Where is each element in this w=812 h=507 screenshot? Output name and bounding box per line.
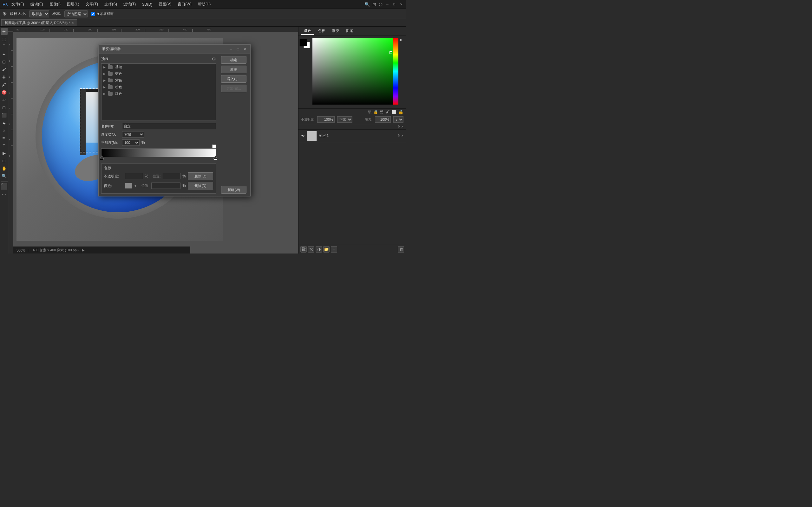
cancel-button[interactable]: 取消 [221,66,247,73]
layer-visibility-eye[interactable]: 👁 [301,134,305,138]
pen-tool[interactable]: ✒ [1,134,8,141]
preset-item-pink[interactable]: ▶ 粉色 [101,83,216,90]
magic-wand-tool[interactable]: ✦ [1,51,8,58]
delete-stop-button-1[interactable]: 删除(D) [188,172,213,180]
move-tool[interactable]: ✛ [1,28,8,35]
hand-tool[interactable]: ✋ [1,165,8,172]
color-swatch-input[interactable] [125,183,132,188]
preset-item-purple[interactable]: ▶ 紫色 [101,77,216,83]
export-button[interactable]: 导出(E)... [221,84,247,92]
fill-input[interactable] [375,116,391,123]
text-tool[interactable]: T [1,142,8,149]
menu-3d[interactable]: 3D(D) [140,2,155,7]
import-button[interactable]: 导入(I)... [221,75,247,83]
link-layers-button[interactable]: ⛓ [300,246,307,252]
tab-pattern[interactable]: 图案 [343,27,356,35]
menu-layer[interactable]: 图层(L) [64,1,82,8]
preset-expand-arrow-red[interactable]: ▶ [103,92,106,95]
show-ring-option[interactable]: 显示取样环 [91,10,114,17]
menu-filter[interactable]: 滤镜(T) [121,1,138,8]
color-stop-right[interactable] [213,156,217,161]
delete-color-stop-button[interactable]: 删除(D) [188,182,213,189]
smoothness-select[interactable]: 100 [122,139,140,146]
layer-row-1[interactable]: 👁 图层 1 fx ∧ [299,130,406,142]
lasso-tool[interactable]: ⌒ [1,43,8,50]
shape-tool[interactable]: □ [1,157,8,164]
color-spectrum[interactable] [312,38,398,105]
spectrum-cursor[interactable] [390,51,392,54]
tab-swatches[interactable]: 色板 [315,27,328,35]
new-group-button[interactable]: 📁 [323,246,329,252]
hue-slider[interactable] [393,38,398,105]
position-stop-input-1[interactable] [163,173,181,179]
delete-layer-button[interactable]: 🗑 [398,246,404,252]
zoom-tool[interactable]: 🔍 [1,172,8,179]
opacity-stop-right[interactable] [212,145,216,148]
opacity-stop-input[interactable] [125,173,143,179]
status-arrow[interactable]: ▶ [82,248,84,252]
gradient-tool[interactable]: ⬛ [1,112,8,118]
menu-text[interactable]: 文字(T) [83,1,101,8]
sample-size-select[interactable]: 取样点 [29,10,49,17]
dodge-tool[interactable]: ○ [1,127,8,134]
dialog-maximize-button[interactable]: □ [236,47,240,51]
arrange-icon[interactable]: ⊡ [372,2,376,7]
minimize-button[interactable]: ─ [385,2,390,7]
show-ring-checkbox[interactable] [91,10,95,17]
preset-expand-arrow-pink[interactable]: ▶ [103,86,106,89]
healing-tool[interactable]: ✚ [1,73,8,80]
menu-help[interactable]: 帮助(H) [195,1,213,8]
dialog-minimize-button[interactable]: ─ [229,47,233,51]
color-position-input[interactable] [151,182,181,189]
chain-icon[interactable]: ⛓ [380,110,384,114]
eraser-tool[interactable]: ◻ [1,104,8,111]
preset-item-red[interactable]: ▶ 红色 [101,90,216,97]
history-brush[interactable]: ↩ [1,96,8,103]
menu-view[interactable]: 视图(V) [156,1,174,8]
tab-close-button[interactable]: × [72,21,74,25]
more-tools[interactable]: ⋯ [1,190,8,198]
document-tab[interactable]: 椭圆选框工具 @ 300% (图层 2, RGB/8#) * × [1,19,77,26]
preset-list[interactable]: ▶ 基础 ▶ 蓝色 ▶ 紫色 ▶ 粉色 [101,63,216,120]
dialog-close-button[interactable]: ✕ [243,47,247,51]
marquee-tool[interactable]: ⬚ [1,36,8,43]
lock-icon[interactable]: 🔒 [373,110,378,114]
preset-expand-arrow-basic[interactable]: ▶ [103,66,106,69]
lock-all-icon[interactable]: 🔒 [398,109,403,114]
share-icon[interactable]: ⬡ [379,2,383,7]
new-button[interactable]: 新建(W) [221,186,247,193]
preset-expand-arrow-blue[interactable]: ▶ [103,72,106,75]
ok-button[interactable]: 确定 [221,56,247,64]
layer-fx-label[interactable]: fx ∧ [398,134,403,137]
add-mask-button[interactable]: ◑ [316,246,322,252]
menu-file[interactable]: 文件(F) [9,1,26,8]
preset-item-blue[interactable]: ▶ 蓝色 [101,70,216,77]
artboard-icon[interactable]: ⬜ [392,110,396,114]
brush-tool[interactable]: 🖌 [1,81,8,88]
close-button[interactable]: ✕ [399,2,403,7]
fill-select[interactable]: ↓ [393,116,403,123]
new-layer-button[interactable]: + [331,246,337,252]
menu-select[interactable]: 选择(S) [102,1,119,8]
crop-tool[interactable]: ⊡ [1,58,8,65]
gradient-preview-bar[interactable] [101,148,216,157]
tab-gradient[interactable]: 渐变 [329,27,342,35]
sample-select[interactable]: 所有图层 [64,10,88,17]
path-selection[interactable]: ▶ [1,150,8,157]
color-dropdown-arrow[interactable]: ▼ [134,184,137,187]
menu-window[interactable]: 窗口(W) [175,1,194,8]
clone-tool[interactable]: ♈ [1,89,8,96]
menu-image[interactable]: 图像(I) [47,1,63,8]
add-style-button[interactable]: fx [308,246,314,252]
blur-tool[interactable]: ⬙ [1,119,8,126]
opacity-input[interactable] [317,116,335,123]
color-stop-left[interactable] [100,156,104,161]
opacity-select[interactable]: 正常 [337,116,352,123]
preset-expand-arrow-purple[interactable]: ▶ [103,79,106,82]
presets-gear-button[interactable]: ⚙ [212,56,216,61]
gradient-type-select[interactable]: 实底 杂色 [122,131,144,137]
eyedropper-tool[interactable]: 🖊 [1,66,8,73]
brush-lock-icon[interactable]: 🖌 [386,110,390,114]
foreground-color-swatch[interactable] [300,39,307,46]
maximize-button[interactable]: □ [392,2,397,7]
